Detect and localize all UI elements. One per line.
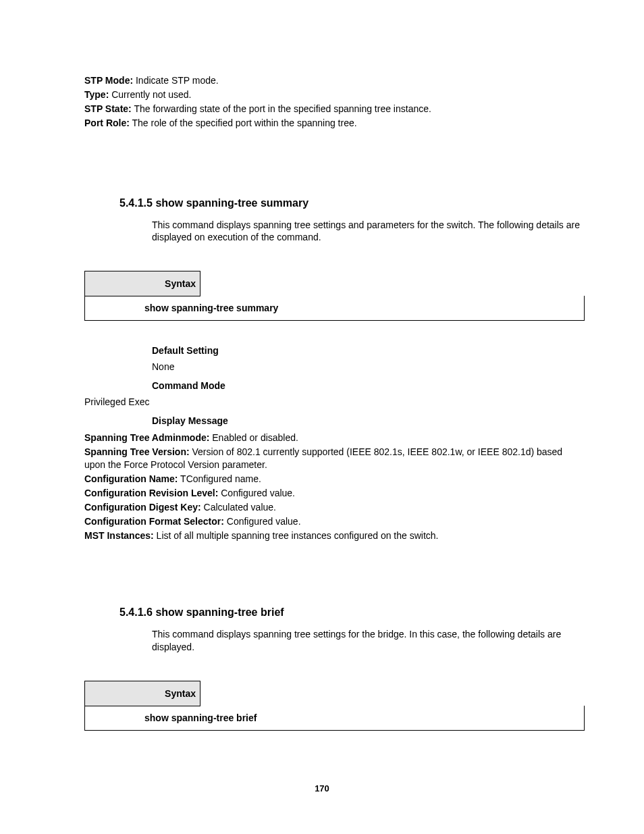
def-value: Indicate STP mode. [133, 75, 219, 86]
msg-value: Configured value. [218, 488, 295, 498]
msg-value: TConfigured name. [178, 473, 261, 484]
syntax-command: show spanning-tree summary [84, 296, 585, 321]
syntax-header-label: Syntax [84, 271, 200, 296]
top-definitions: STP Mode: Indicate STP mode. Type: Curre… [84, 74, 585, 130]
default-setting-value: None [152, 361, 585, 372]
syntax-command: show spanning-tree brief [84, 706, 585, 731]
default-setting-heading: Default Setting [152, 345, 585, 356]
def-label: STP Mode: [84, 75, 133, 86]
msg-label: Spanning Tree Adminmode: [84, 432, 209, 443]
def-row: Type: Currently not used. [84, 88, 585, 101]
msg-row: Configuration Format Selector: Configure… [84, 515, 585, 528]
command-mode-value: Privileged Exec [84, 396, 585, 407]
def-value: Currently not used. [109, 89, 191, 100]
msg-label: Configuration Revision Level: [84, 488, 218, 498]
msg-label: Configuration Name: [84, 473, 178, 484]
msg-row: Spanning Tree Adminmode: Enabled or disa… [84, 432, 585, 444]
display-message-heading: Display Message [152, 415, 585, 426]
def-label: STP State: [84, 103, 132, 114]
msg-row: Configuration Digest Key: Calculated val… [84, 501, 585, 514]
def-row: Port Role: The role of the specified por… [84, 117, 585, 130]
msg-value: Configured value. [224, 516, 301, 527]
section-desc-summary: This command displays spanning tree sett… [152, 219, 585, 244]
def-label: Type: [84, 89, 109, 100]
def-row: STP State: The forwarding state of the p… [84, 103, 585, 115]
syntax-box-summary: Syntax show spanning-tree summary [84, 271, 585, 321]
msg-row: Configuration Revision Level: Configured… [84, 487, 585, 500]
page-container: STP Mode: Indicate STP mode. Type: Curre… [0, 0, 644, 834]
page-number: 170 [0, 783, 644, 793]
section-heading-summary: 5.4.1.5 show spanning-tree summary [119, 197, 585, 209]
msg-label: Configuration Digest Key: [84, 502, 201, 513]
command-mode-heading: Command Mode [152, 380, 585, 391]
def-row: STP Mode: Indicate STP mode. [84, 74, 585, 87]
msg-row: Spanning Tree Version: Version of 802.1 … [84, 446, 585, 471]
msg-row: Configuration Name: TConfigured name. [84, 473, 585, 486]
msg-label: Spanning Tree Version: [84, 446, 190, 457]
syntax-box-brief: Syntax show spanning-tree brief [84, 681, 585, 731]
msg-value: Calculated value. [201, 502, 276, 513]
display-messages: Spanning Tree Adminmode: Enabled or disa… [84, 432, 585, 542]
section-desc-brief: This command displays spanning tree sett… [152, 628, 585, 654]
msg-label: Configuration Format Selector: [84, 516, 224, 527]
msg-row: MST Instances: List of all multiple span… [84, 529, 585, 542]
def-label: Port Role: [84, 118, 130, 128]
msg-value: List of all multiple spanning tree insta… [154, 530, 439, 541]
syntax-header-label: Syntax [84, 681, 200, 706]
section-heading-brief: 5.4.1.6 show spanning-tree brief [119, 606, 585, 619]
def-value: The forwarding state of the port in the … [132, 103, 431, 114]
msg-value: Enabled or disabled. [209, 432, 298, 443]
msg-label: MST Instances: [84, 530, 154, 541]
def-value: The role of the specified port within th… [130, 118, 357, 128]
